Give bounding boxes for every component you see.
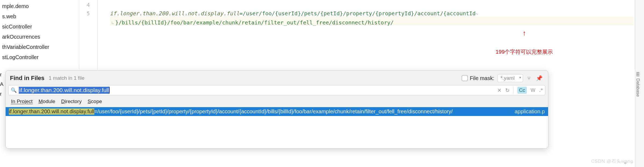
match-case-button[interactable]: Cc	[517, 87, 527, 94]
editor-gutter: 4 5	[79, 0, 98, 70]
tree-item[interactable]: thVariableController	[0, 42, 79, 52]
search-icon: 🔍	[11, 87, 17, 93]
yaml-value: /user/foo/{userId}/pets/{petId}/property…	[243, 10, 476, 17]
file-mask-label: File mask:	[470, 75, 494, 81]
find-title: Find in Files	[10, 75, 44, 82]
search-result-row[interactable]: if.longer.than.200.will.not.display.full…	[6, 107, 548, 116]
result-match-highlight: if.longer.than.200.will.not.display.full	[9, 108, 94, 115]
find-stats: 1 match in 1 file	[49, 75, 84, 81]
checkbox-icon[interactable]	[462, 75, 468, 81]
yaml-value-wrap-prefix: }	[115, 19, 119, 26]
yaml-value-cont: /bills/{billId}/foo/bar/example/chunk/re…	[119, 19, 394, 26]
clear-icon[interactable]: ✕	[497, 87, 502, 93]
wrap-icon: ↳	[110, 19, 115, 27]
line-number: 4	[79, 1, 90, 9]
code-editor[interactable]: if.longer.than.200.will.not.display.full…	[98, 0, 635, 70]
tool-database[interactable]: 🗄 Database	[635, 72, 640, 97]
history-icon[interactable]: ↻	[505, 87, 510, 93]
result-rest: =/user/foo/{userId}/pets/{petId}/propert…	[94, 108, 453, 115]
search-selected-text: if.longer.than.200.will.not.display.full	[19, 87, 109, 94]
tree-item[interactable]: stLogController	[0, 52, 79, 62]
right-toolwindow-bar[interactable]: 🗄 Database m Maven 🔔 Notifications ☍ End…	[635, 0, 644, 167]
find-preview-area[interactable]	[6, 116, 548, 148]
edit-indicator-icon: ✎	[476, 12, 478, 16]
yaml-equals: =	[239, 10, 243, 17]
pin-icon[interactable]: 📌	[535, 74, 544, 82]
database-icon: 🗄	[636, 72, 640, 77]
search-field-row: 🔍 if.longer.than.200.will.not.display.fu…	[8, 85, 545, 95]
file-mask-checkbox[interactable]: File mask:	[462, 75, 494, 81]
find-header: Find in Files 1 match in 1 file File mas…	[6, 71, 548, 85]
scope-in-project[interactable]: In Project	[11, 99, 33, 104]
tree-item[interactable]: sicController	[0, 21, 79, 32]
project-tree[interactable]: mple.demo s.web sicController arkOccurre…	[0, 0, 79, 70]
line-number: 5	[79, 9, 90, 18]
regex-button[interactable]: .*	[539, 87, 543, 93]
tree-item[interactable]: s.web	[0, 11, 79, 21]
scope-module[interactable]: Module	[38, 99, 55, 104]
tree-item[interactable]: arkOccurrences	[0, 32, 79, 42]
scope-scope[interactable]: Scope	[88, 99, 102, 104]
search-input[interactable]: if.longer.than.200.will.not.display.full	[19, 87, 495, 94]
watermark: CSDN @石头wang	[591, 158, 633, 164]
tree-item[interactable]: mple.demo	[0, 1, 79, 11]
left-clipped-content: r A r	[0, 70, 5, 167]
tool-database-label: Database	[635, 78, 640, 97]
scope-tabs: In Project Module Directory Scope	[6, 97, 548, 107]
scope-directory[interactable]: Directory	[61, 99, 82, 104]
yaml-key: if.longer.than.200.will.not.display.full	[110, 10, 239, 17]
words-button[interactable]: W	[531, 87, 535, 93]
find-in-files-dialog[interactable]: Find in Files 1 match in 1 file File mas…	[5, 70, 548, 148]
filter-icon[interactable]: ⑂	[526, 74, 532, 82]
result-file-name: application.p	[515, 108, 545, 115]
file-mask-input[interactable]: *.yaml	[498, 74, 523, 82]
